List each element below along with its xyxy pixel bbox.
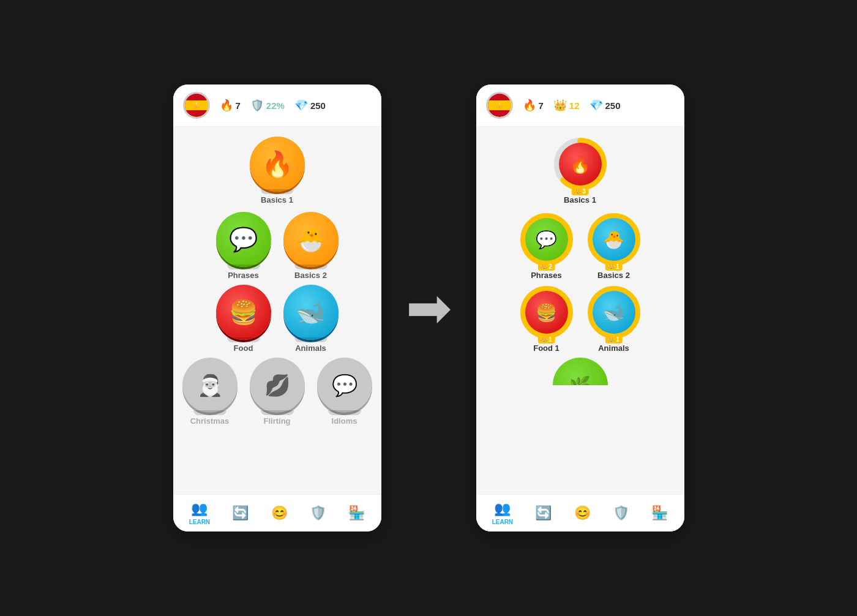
left-skill-christmas: 🎅 Christmas xyxy=(182,358,238,426)
left-food-circle: 🍔 xyxy=(216,285,271,340)
left-nav-learn[interactable]: 👥 LEARN xyxy=(189,501,210,525)
left-idioms-circle: 💬 xyxy=(317,358,372,413)
right-crown-icon: 👑 xyxy=(553,99,567,112)
profile-icon: 😊 xyxy=(271,505,288,521)
right-nav-shop[interactable]: 🏪 xyxy=(651,505,668,521)
left-christmas-label: Christmas xyxy=(190,416,230,426)
left-nav-shield[interactable]: 🛡️ xyxy=(310,505,326,521)
right-nav-shield[interactable]: 🛡️ xyxy=(613,505,629,521)
left-food-label: Food xyxy=(234,344,253,353)
shield-icon: 🛡️ xyxy=(250,99,264,112)
left-gems-stat: 💎 250 xyxy=(294,99,326,112)
right-basics1-ring: 🔥 👑 3 xyxy=(553,137,608,192)
arrow-container: ➡ xyxy=(406,280,452,336)
right-phrases-crown: 👑 2 xyxy=(537,263,555,271)
right-phrases-label: Phrases xyxy=(531,271,562,280)
right-row-bottom: 🌿 xyxy=(486,358,675,385)
left-animals-circle: 🐋 xyxy=(283,285,339,340)
gem-icon: 💎 xyxy=(294,99,308,112)
right-partial-circle: 🌿 xyxy=(553,358,608,385)
right-skill-basics2[interactable]: 🐣 👑 1 Basics 2 xyxy=(586,212,642,280)
right-skill-phrases[interactable]: 💬 👑 2 Phrases xyxy=(519,212,574,280)
right-crown-stat: 👑 12 xyxy=(553,99,580,112)
right-row-basics1: 🔥 👑 3 Basics 1 xyxy=(486,137,675,205)
right-food1-crown: 👑 1 xyxy=(537,336,555,344)
left-nav-shop[interactable]: 🏪 xyxy=(348,505,365,521)
practice-icon: 🔄 xyxy=(232,505,249,521)
right-learn-icon: 👥 xyxy=(494,501,511,517)
left-nav-profile[interactable]: 😊 xyxy=(271,505,288,521)
left-flirting-label: Flirting xyxy=(263,416,290,426)
learn-icon: 👥 xyxy=(191,501,208,517)
left-phone: ⚜️ 🔥 7 🛡️ 22% 💎 250 xyxy=(173,85,381,531)
right-basics2-label: Basics 2 xyxy=(597,271,630,280)
left-skill-flirting: 💋 Flirting xyxy=(250,358,305,426)
right-skill-bottom-partial[interactable]: 🌿 xyxy=(553,358,608,385)
right-nav-shield-icon: 🛡️ xyxy=(613,505,629,521)
left-row-basics1: 🔥 Basics 1 xyxy=(183,137,372,205)
left-phone-header: ⚜️ 🔥 7 🛡️ 22% 💎 250 xyxy=(173,85,381,127)
right-gem-icon: 💎 xyxy=(589,99,603,112)
left-basics2-circle: 🐣 xyxy=(283,212,339,267)
right-phrases-inner: 💬 xyxy=(525,218,568,261)
nav-shield-icon: 🛡️ xyxy=(310,505,326,521)
left-flirting-circle: 💋 xyxy=(250,358,305,413)
left-skill-idioms: 💬 Idioms xyxy=(317,358,372,426)
right-profile-icon: 😊 xyxy=(574,505,591,521)
right-shop-icon: 🏪 xyxy=(651,505,668,521)
left-shield-stat: 🛡️ 22% xyxy=(250,99,285,112)
left-skill-food[interactable]: 🍔 Food xyxy=(216,285,271,353)
right-basics2-inner: 🐣 xyxy=(593,218,635,261)
left-row-phrases-basics2: 💬 Phrases 🐣 Basics 2 xyxy=(183,212,372,280)
left-bottom-nav: 👥 LEARN 🔄 😊 🛡️ 🏪 xyxy=(173,494,381,531)
right-nav-practice[interactable]: 🔄 xyxy=(535,505,552,521)
scene: ⚜️ 🔥 7 🛡️ 22% 💎 250 xyxy=(149,60,709,556)
right-streak-stat: 🔥 7 xyxy=(523,99,544,112)
left-phone-content: 🔥 Basics 1 💬 Phrases 🐣 Basics xyxy=(173,127,381,494)
right-skill-food1[interactable]: 🍔 👑 1 Food 1 xyxy=(519,285,574,353)
left-basics2-label: Basics 2 xyxy=(294,271,327,280)
left-row-locked: 🎅 Christmas 💋 Flirting 💬 Idioms xyxy=(183,358,372,426)
right-phone: ⚜️ 🔥 7 👑 12 💎 250 xyxy=(476,85,684,531)
left-streak-stat: 🔥 7 xyxy=(220,99,241,112)
flame-icon: 🔥 xyxy=(220,99,233,112)
right-flame-icon: 🔥 xyxy=(523,99,536,112)
right-gems-stat: 💎 250 xyxy=(589,99,621,112)
left-skill-phrases[interactable]: 💬 Phrases xyxy=(216,212,271,280)
right-animals-crown: 👑 1 xyxy=(605,336,623,344)
right-food1-ring: 🍔 👑 1 xyxy=(519,285,574,340)
right-basics2-ring: 🐣 👑 1 xyxy=(586,212,642,267)
left-skill-basics1[interactable]: 🔥 Basics 1 xyxy=(250,137,305,205)
right-flag-avatar: ⚜️ xyxy=(486,92,513,119)
right-phone-content: 🔥 👑 3 Basics 1 xyxy=(476,127,684,494)
left-flag-avatar: ⚜️ xyxy=(183,92,210,119)
right-arrow: ➡ xyxy=(406,280,452,336)
right-basics1-inner: 🔥 xyxy=(559,143,602,186)
left-phrases-label: Phrases xyxy=(228,271,259,280)
right-animals-ring: 🐋 👑 1 xyxy=(586,285,642,340)
shop-icon: 🏪 xyxy=(348,505,365,521)
right-nav-profile[interactable]: 😊 xyxy=(574,505,591,521)
right-basics2-crown: 👑 1 xyxy=(605,263,623,271)
right-skill-basics1[interactable]: 🔥 👑 3 Basics 1 xyxy=(553,137,608,205)
right-nav-learn[interactable]: 👥 LEARN xyxy=(492,501,513,525)
right-animals-label: Animals xyxy=(598,344,629,353)
left-idioms-label: Idioms xyxy=(332,416,357,426)
right-animals-inner: 🐋 xyxy=(593,291,635,334)
right-phone-header: ⚜️ 🔥 7 👑 12 💎 250 xyxy=(476,85,684,127)
right-practice-icon: 🔄 xyxy=(535,505,552,521)
left-basics1-circle: 🔥 xyxy=(250,137,305,192)
right-row-phrases-basics2: 💬 👑 2 Phrases xyxy=(486,212,675,280)
right-basics1-label: Basics 1 xyxy=(564,195,596,205)
left-skill-basics2[interactable]: 🐣 Basics 2 xyxy=(283,212,339,280)
right-food1-label: Food 1 xyxy=(533,344,559,353)
right-bottom-nav: 👥 LEARN 🔄 😊 🛡️ 🏪 xyxy=(476,494,684,531)
right-phrases-ring: 💬 👑 2 xyxy=(519,212,574,267)
left-row-food-animals: 🍔 Food 🐋 Animals xyxy=(183,285,372,353)
left-phrases-circle: 💬 xyxy=(216,212,271,267)
left-skill-animals[interactable]: 🐋 Animals xyxy=(283,285,339,353)
left-animals-label: Animals xyxy=(295,344,326,353)
left-nav-practice[interactable]: 🔄 xyxy=(232,505,249,521)
right-food1-inner: 🍔 xyxy=(525,291,568,334)
right-skill-animals[interactable]: 🐋 👑 1 Animals xyxy=(586,285,642,353)
